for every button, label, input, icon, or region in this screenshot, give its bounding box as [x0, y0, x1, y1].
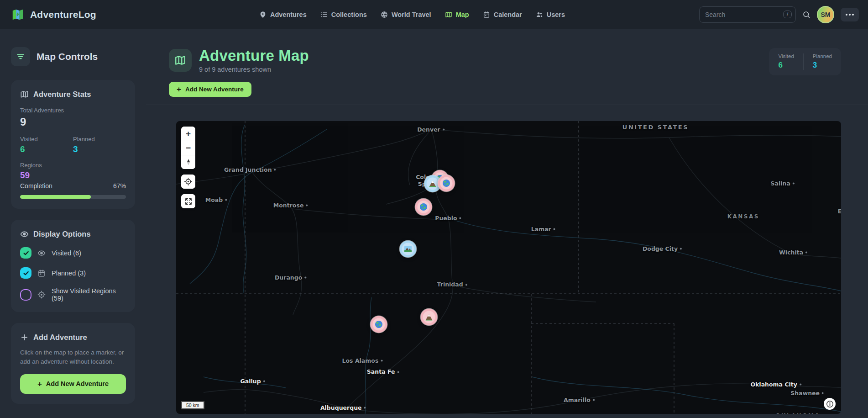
map-scale: 50 km — [181, 401, 204, 409]
map-marker-park[interactable] — [400, 241, 417, 258]
map-marker-globe[interactable] — [415, 198, 432, 215]
fullscreen-control — [181, 194, 195, 208]
map-label: Wichita — [779, 249, 807, 255]
mountain-emoji-icon — [429, 179, 437, 188]
completion-fill — [20, 195, 91, 199]
map-label: Moab — [205, 196, 227, 203]
compass-button[interactable] — [181, 155, 195, 169]
nav-item-calendar[interactable]: Calendar — [483, 11, 522, 18]
planned-checkbox[interactable] — [20, 267, 31, 279]
visited-label: Visited — [20, 136, 73, 143]
page-title: Adventure Map — [199, 47, 309, 64]
map-label: Dodge City — [643, 245, 682, 252]
map-label: Oklahoma City — [750, 381, 801, 387]
fullscreen-button[interactable] — [181, 194, 195, 208]
nav-item-users[interactable]: Users — [536, 11, 565, 18]
map-label: Amarillo — [564, 396, 595, 403]
nav-item-collections[interactable]: Collections — [320, 11, 367, 18]
locate-icon — [184, 177, 193, 186]
search-box: / — [699, 6, 796, 23]
map-label: Santa Fe — [367, 368, 399, 375]
main-content: Adventure Map 9 of 9 adventures shown Vi… — [146, 29, 868, 418]
app-title: AdventureLog — [30, 9, 96, 20]
zoom-in-button[interactable]: + — [181, 127, 195, 141]
planned-label: Planned — [73, 136, 126, 143]
counter-planned-label: Planned — [813, 53, 832, 59]
display-options-card: Display Options Visited (6) Planned (3) — [11, 220, 135, 312]
globe-emoji-icon — [375, 320, 383, 328]
map-label: Albuquerque — [320, 404, 366, 411]
globe-emoji-icon — [419, 202, 428, 211]
list-icon — [320, 11, 328, 18]
planned-option-label: Planned (3) — [52, 270, 86, 277]
sidebar-title: Map Controls — [37, 51, 98, 62]
map-canvas[interactable]: UNITED STATESDenverGrand JunctionSalinaC… — [176, 121, 841, 414]
map-label: Denver — [417, 126, 444, 132]
map-marker-globe[interactable] — [438, 175, 455, 191]
nav-item-map[interactable]: Map — [445, 11, 469, 18]
completion-label: Completion — [20, 182, 52, 190]
visited-checkbox[interactable] — [20, 247, 31, 259]
visited-value: 6 — [20, 144, 73, 154]
total-adventures-value: 9 — [20, 116, 126, 128]
total-adventures-label: Total Adventures — [20, 107, 126, 114]
app-logo-icon — [11, 8, 25, 21]
header-divider — [146, 105, 868, 105]
map-counters: Visited 6 Planned 3 — [769, 48, 841, 75]
eye-icon — [20, 230, 29, 238]
sidebar: Map Controls Adventure Stats Total Adven… — [0, 29, 146, 418]
map-icon — [20, 90, 29, 99]
toggle-visited-regions[interactable]: Show Visited Regions (59) — [20, 287, 126, 302]
map-geography — [176, 121, 841, 414]
map-marker-globe[interactable] — [371, 316, 387, 333]
users-icon — [536, 11, 543, 18]
map-pin-icon — [259, 11, 267, 18]
map-label: Shawnee — [790, 389, 824, 396]
search-shortcut-kbd: / — [783, 11, 792, 18]
plus-icon: + — [37, 380, 42, 388]
search-button[interactable] — [802, 11, 810, 19]
add-adventure-description: Click on the map to place a marker, or a… — [20, 348, 126, 367]
regions-checkbox[interactable] — [20, 289, 31, 301]
map-label: Grand Junction — [224, 166, 276, 173]
calendar-icon — [483, 11, 490, 18]
locate-button[interactable] — [181, 175, 195, 189]
add-new-adventure-button-sidebar[interactable]: + Add New Adventure — [20, 374, 126, 394]
nav-item-adventures[interactable]: Adventures — [259, 11, 307, 18]
map-label: Pueblo — [435, 214, 461, 221]
zoom-out-button[interactable]: − — [181, 141, 195, 155]
regions-value: 59 — [20, 170, 126, 180]
map-label: OKLAHOMA — [775, 413, 820, 414]
completion-progress — [20, 195, 126, 199]
map-label: Salina — [771, 180, 795, 186]
add-new-adventure-button[interactable]: + Add New Adventure — [169, 82, 251, 97]
calendar-icon — [37, 269, 46, 277]
overflow-menu-button[interactable] — [841, 8, 859, 21]
eye-icon — [37, 249, 46, 257]
map-label: Gallup — [240, 377, 265, 384]
primary-nav: Adventures Collections World Travel Map … — [259, 11, 565, 18]
map-label: Trinidad — [437, 281, 467, 288]
planned-value: 3 — [73, 144, 126, 154]
add-adventure-title: Add Adventure — [33, 333, 87, 342]
plus-icon — [20, 333, 29, 342]
map-icon — [445, 11, 452, 18]
search-input[interactable] — [705, 11, 783, 18]
geolocate-control — [181, 175, 195, 189]
toggle-planned[interactable]: Planned (3) — [20, 267, 126, 279]
map-label: Lamar — [531, 225, 555, 232]
map-marker-mountain[interactable] — [420, 308, 437, 325]
counter-visited-label: Visited — [778, 53, 794, 59]
regions-label: Regions — [20, 162, 126, 169]
filter-button[interactable] — [11, 47, 30, 66]
add-adventure-card: Add Adventure Click on the map to place … — [11, 323, 135, 404]
map-label: Durango — [275, 274, 306, 280]
info-icon — [826, 400, 834, 408]
attribution-button[interactable] — [824, 398, 836, 410]
toggle-visited[interactable]: Visited (6) — [20, 247, 126, 259]
map-label: UNITED STATES — [622, 123, 689, 130]
ellipsis-icon — [846, 14, 847, 16]
nav-item-world-travel[interactable]: World Travel — [381, 11, 431, 18]
avatar[interactable]: SM — [817, 6, 834, 23]
page-subtitle: 9 of 9 adventures shown — [199, 66, 309, 73]
